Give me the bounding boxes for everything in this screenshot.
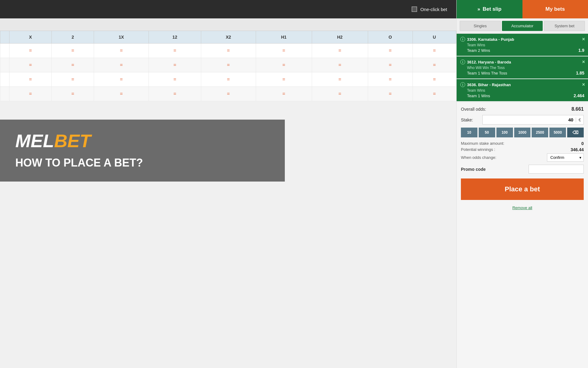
bet-item-header-1: i 3612. Haryana - Baroda × — [460, 59, 584, 64]
sub-bar — [0, 18, 456, 31]
logo-bet: BET — [54, 131, 91, 151]
cell-r3-c4[interactable]: = — [201, 87, 256, 101]
brand-logo: MELBET — [15, 132, 270, 150]
bet-odds-0: 1.9 — [579, 48, 584, 53]
bet-selection-1: Team 1 Wins The Toss — [467, 71, 507, 75]
odds-change-select[interactable]: Confirm Accept all Reject — [547, 153, 584, 162]
cell-r1-c6[interactable]: = — [312, 58, 368, 72]
quick-stake-2500[interactable]: 2500 — [532, 128, 548, 137]
max-stake-value: 0 — [581, 141, 584, 146]
quick-stake-100[interactable]: 100 — [496, 128, 513, 137]
promo-code-label: Promo code — [461, 167, 486, 172]
col-12: 12 — [149, 31, 201, 44]
cell-r2-c8[interactable]: = — [413, 72, 456, 87]
backspace-button[interactable]: ⌫ — [567, 128, 584, 137]
one-click-bet-toggle[interactable]: One-click bet — [412, 6, 447, 12]
cell-r1-c4[interactable]: = — [201, 58, 256, 72]
chevrons-icon: » — [477, 6, 480, 12]
cell-r1-c5[interactable]: = — [256, 58, 312, 72]
col-2: 2 — [52, 31, 94, 44]
cell-r0-c5[interactable]: = — [256, 44, 312, 58]
cell-r1-c1[interactable]: = — [52, 58, 94, 72]
cell-r2-c2[interactable]: = — [94, 72, 149, 87]
potential-winnings-row: Potential winnings : 346.44 — [461, 147, 584, 152]
cell-r3-c1[interactable]: = — [52, 87, 94, 101]
bet-match-0: 3306. Karnataka - Punjab — [467, 37, 514, 42]
max-stake-label: Maximum stake amount: — [461, 141, 504, 146]
info-icon-2: i — [460, 82, 465, 87]
col-x: X — [9, 31, 52, 44]
cell-r0-c3[interactable]: = — [149, 44, 201, 58]
cell-r3-c8[interactable]: = — [413, 87, 456, 101]
my-bets-tab[interactable]: My bets — [522, 0, 588, 18]
bet-type-tabs: Singles Accumulator System bet — [457, 18, 588, 34]
tab-accumulator[interactable]: Accumulator — [502, 21, 543, 31]
bet-selection-row-1: Team 1 Wins The Toss 1.85 — [460, 71, 584, 75]
bet-selection-0: Team 2 Wins — [467, 48, 490, 53]
cell-r0-c0[interactable]: = — [9, 44, 52, 58]
bet-summary: Overall odds: 8.661 Stake: € 10501001000… — [457, 102, 588, 216]
cell-r3-c6[interactable]: = — [312, 87, 368, 101]
cell-r2-c4[interactable]: = — [201, 72, 256, 87]
cell-r0-c8[interactable]: = — [413, 44, 456, 58]
close-bet-2[interactable]: × — [582, 82, 585, 87]
bet-slip-label: Bet slip — [483, 6, 501, 12]
cell-r1-c3[interactable]: = — [149, 58, 201, 72]
cell-r2-c3[interactable]: = — [149, 72, 201, 87]
cell-r3-c5[interactable]: = — [256, 87, 312, 101]
cell-r3-c2[interactable]: = — [94, 87, 149, 101]
my-bets-label: My bets — [545, 6, 565, 12]
cell-r1-c7[interactable]: = — [368, 58, 413, 72]
cell-r1-c8[interactable]: = — [413, 58, 456, 72]
quick-stake-1000[interactable]: 1000 — [514, 128, 531, 137]
cell-r0-c4[interactable]: = — [201, 44, 256, 58]
quick-stake-5000[interactable]: 5000 — [549, 128, 566, 137]
tab-singles[interactable]: Singles — [460, 21, 501, 31]
bet-odds-2: 2.464 — [574, 93, 584, 98]
bet-market-0: Team Wins — [460, 43, 584, 47]
max-stake-row: Maximum stake amount: 0 — [461, 141, 584, 146]
overall-odds-label: Overall odds: — [461, 107, 486, 112]
odds-table-area: X 2 1X 12 X2 H1 H2 O U =================… — [0, 31, 456, 101]
logo-mel: MEL — [15, 131, 54, 151]
one-click-checkbox[interactable] — [412, 6, 417, 12]
cell-r3-c0[interactable]: = — [9, 87, 52, 101]
bet-slip-header: » Bet slip My bets — [457, 0, 588, 18]
close-bet-0[interactable]: × — [582, 37, 585, 42]
cell-r1-c2[interactable]: = — [94, 58, 149, 72]
cell-r3-c3[interactable]: = — [149, 87, 201, 101]
row-index-1 — [0, 58, 9, 72]
cell-r2-c0[interactable]: = — [9, 72, 52, 87]
cell-r0-c6[interactable]: = — [312, 44, 368, 58]
odds-table: X 2 1X 12 X2 H1 H2 O U =================… — [0, 31, 456, 101]
tab-system-bet[interactable]: System bet — [544, 21, 585, 31]
col-1x: 1X — [94, 31, 149, 44]
cell-r2-c1[interactable]: = — [52, 72, 94, 87]
cell-r3-c7[interactable]: = — [368, 87, 413, 101]
place-bet-button[interactable]: Place a bet — [461, 178, 584, 200]
overall-odds-row: Overall odds: 8.661 — [461, 106, 584, 112]
col-u: U — [413, 31, 456, 44]
remove-all-link[interactable]: Remove all — [512, 205, 532, 210]
cell-r0-c2[interactable]: = — [94, 44, 149, 58]
cell-r0-c1[interactable]: = — [52, 44, 94, 58]
bet-item-1: i 3612. Haryana - Baroda × Who Will Win … — [457, 56, 588, 79]
bet-odds-1: 1.85 — [576, 71, 584, 75]
odds-change-select-wrapper[interactable]: Confirm Accept all Reject — [547, 153, 584, 162]
quick-stake-10[interactable]: 10 — [461, 128, 477, 137]
cell-r0-c7[interactable]: = — [368, 44, 413, 58]
stake-input[interactable] — [483, 115, 576, 124]
promo-code-input[interactable] — [529, 165, 584, 174]
bet-items-list: i 3306. Karnataka - Punjab × Team Wins T… — [457, 34, 588, 102]
cell-r2-c6[interactable]: = — [312, 72, 368, 87]
bet-match-1: 3612. Haryana - Baroda — [467, 60, 511, 64]
cell-r1-c0[interactable]: = — [9, 58, 52, 72]
row-index-2 — [0, 72, 9, 87]
row-index-3 — [0, 87, 9, 101]
cell-r2-c5[interactable]: = — [256, 72, 312, 87]
quick-stake-50[interactable]: 50 — [479, 128, 495, 137]
cell-r2-c7[interactable]: = — [368, 72, 413, 87]
bet-slip-tab[interactable]: » Bet slip — [457, 0, 522, 18]
close-bet-1[interactable]: × — [582, 59, 585, 64]
col-empty — [0, 31, 9, 44]
